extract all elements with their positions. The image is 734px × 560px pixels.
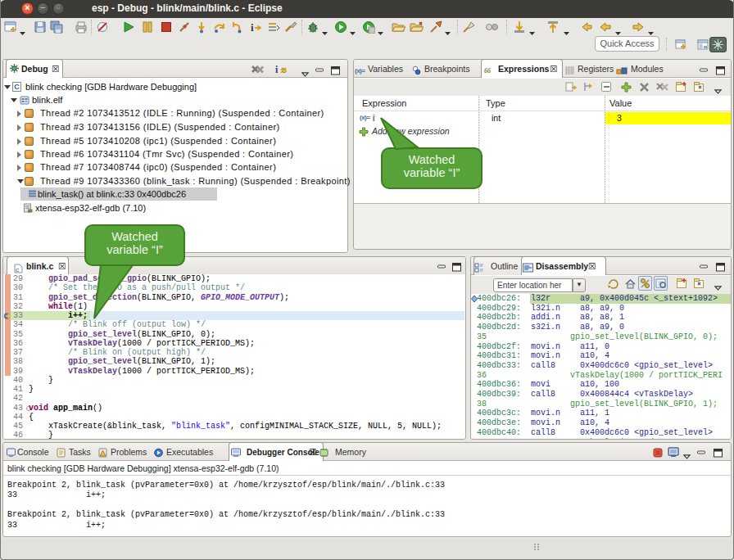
svg-text:i: i	[251, 21, 254, 34]
svg-text:i: i	[275, 64, 279, 75]
svg-text:(x)=: (x)=	[355, 67, 365, 75]
svg-text:66: 66	[484, 67, 491, 75]
svg-text:c: c	[16, 266, 19, 273]
svg-text:C: C	[14, 83, 20, 91]
